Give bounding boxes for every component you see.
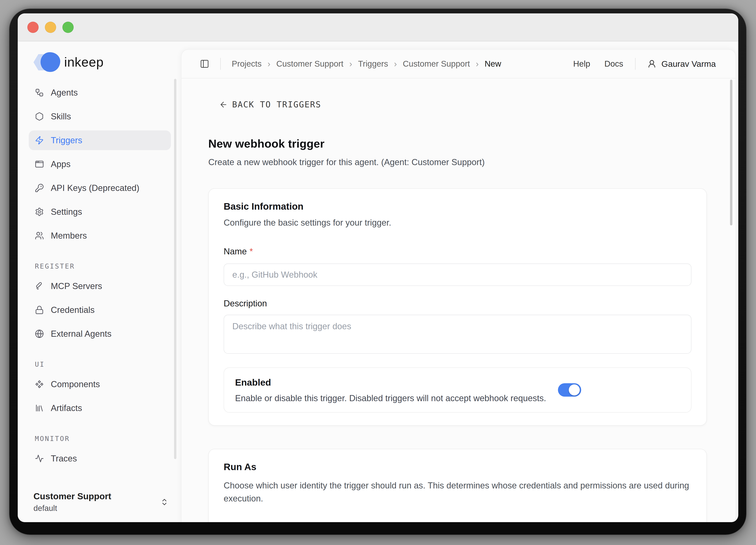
project-switcher-text: Customer Support default — [33, 491, 111, 513]
sidebar-item-label: Agents — [51, 88, 78, 97]
sidebar-item-members[interactable]: Members — [29, 226, 171, 245]
sidebar-group-label: UI — [29, 360, 171, 369]
breadcrumb-separator-icon: › — [394, 59, 397, 69]
header-right: Help Docs Gaurav Varma — [559, 58, 716, 70]
breadcrumb: Projects›Customer Support›Triggers›Custo… — [232, 59, 501, 69]
sidebar-item-mcp-servers[interactable]: MCP Servers — [29, 276, 171, 296]
globe-icon — [35, 329, 44, 338]
mcp-icon — [35, 282, 44, 291]
close-window-button[interactable] — [27, 22, 39, 33]
main-panel: Projects›Customer Support›Triggers›Custo… — [181, 49, 736, 522]
breadcrumb-separator-icon: › — [349, 59, 352, 69]
breadcrumb-item-customer-support[interactable]: Customer Support — [276, 59, 343, 69]
required-asterisk: * — [249, 246, 253, 256]
inkeep-logo[interactable]: inkeep — [33, 52, 181, 72]
component-icon — [35, 380, 44, 389]
sidebar-item-label: Settings — [51, 207, 82, 217]
sidebar-scrollbar[interactable] — [174, 79, 176, 459]
app-body: inkeep AgentsSkillsTriggersAppsAPI Keys … — [18, 41, 738, 522]
user-icon — [647, 59, 656, 68]
sidebar-group-monitor: MONITORTraces — [18, 434, 181, 468]
sidebar-item-agents[interactable]: Agents — [29, 83, 171, 102]
arrow-left-icon — [219, 100, 228, 109]
basic-information-subtitle: Configure the basic settings for your tr… — [224, 218, 691, 227]
users-icon — [35, 231, 44, 240]
sidebar-nav: AgentsSkillsTriggersAppsAPI Keys (Deprec… — [18, 83, 181, 468]
docs-link[interactable]: Docs — [604, 59, 623, 69]
breadcrumb-separator-icon: › — [268, 59, 271, 69]
content-scrollbar[interactable] — [730, 80, 732, 225]
sidebar-group-label: MONITOR — [29, 434, 171, 444]
hexagon-icon — [35, 112, 44, 121]
header-divider — [220, 58, 221, 70]
back-to-triggers-link[interactable]: BACK TO TRIGGERS — [219, 100, 321, 109]
sidebar-item-label: API Keys (Deprecated) — [51, 183, 139, 193]
project-switcher[interactable]: Customer Support default — [33, 491, 169, 513]
page-content: BACK TO TRIGGERS New webhook trigger Cre… — [182, 78, 736, 522]
sidebar-item-label: Components — [51, 379, 100, 389]
breadcrumb-item-triggers[interactable]: Triggers — [358, 59, 388, 69]
sidebar-item-label: Members — [51, 231, 87, 240]
basic-information-title: Basic Information — [224, 201, 691, 212]
zap-icon — [35, 136, 44, 145]
run-as-description: Choose which user identity the trigger s… — [224, 479, 691, 505]
sidebar-item-label: Artifacts — [51, 403, 82, 413]
titlebar — [18, 13, 738, 41]
help-link[interactable]: Help — [573, 59, 590, 69]
sidebar-item-settings[interactable]: Settings — [29, 202, 171, 222]
maximize-window-button[interactable] — [62, 22, 74, 33]
user-menu[interactable]: Gaurav Varma — [647, 59, 716, 69]
description-input[interactable] — [224, 315, 691, 354]
sidebar-item-artifacts[interactable]: Artifacts — [29, 398, 171, 418]
sidebar-item-apps[interactable]: Apps — [29, 154, 171, 174]
description-label: Description — [224, 299, 691, 309]
sidebar-item-skills[interactable]: Skills — [29, 107, 171, 126]
page-subtitle: Create a new webhook trigger for this ag… — [208, 157, 707, 167]
breadcrumb-item-new-current: New — [485, 59, 501, 69]
enabled-description: Enable or disable this trigger. Disabled… — [235, 393, 546, 403]
sidebar-toggle-button[interactable] — [200, 59, 209, 69]
name-label: Name* — [224, 246, 691, 256]
toggle-knob — [569, 385, 580, 396]
project-name: Customer Support — [33, 491, 111, 501]
header-left: Projects›Customer Support›Triggers›Custo… — [200, 58, 501, 70]
sidebar: inkeep AgentsSkillsTriggersAppsAPI Keys … — [18, 41, 181, 522]
basic-information-card: Basic Information Configure the basic se… — [208, 188, 707, 426]
app-window-icon — [35, 160, 44, 169]
inkeep-logo-text: inkeep — [64, 55, 104, 70]
project-environment: default — [33, 504, 111, 513]
run-as-card: Run As Choose which user identity the tr… — [208, 449, 707, 522]
sidebar-group-label: REGISTER — [29, 261, 171, 271]
sidebar-item-credentials[interactable]: Credentials — [29, 300, 171, 320]
sidebar-item-label: Skills — [51, 111, 71, 121]
sidebar-group-register: REGISTERMCP ServersCredentialsExternal A… — [18, 261, 181, 344]
header-divider-2 — [635, 58, 636, 70]
sidebar-item-label: Traces — [51, 454, 77, 463]
enabled-text: Enabled Enable or disable this trigger. … — [235, 377, 546, 403]
breadcrumb-item-projects[interactable]: Projects — [232, 59, 262, 69]
activity-icon — [35, 454, 44, 463]
desktop-background: inkeep AgentsSkillsTriggersAppsAPI Keys … — [0, 0, 756, 545]
chevrons-up-down-icon — [160, 498, 169, 506]
back-to-triggers-label: BACK TO TRIGGERS — [232, 100, 321, 109]
enabled-toggle[interactable] — [558, 383, 581, 397]
sidebar-item-external-agents[interactable]: External Agents — [29, 324, 171, 344]
app-window: inkeep AgentsSkillsTriggersAppsAPI Keys … — [18, 13, 738, 522]
breadcrumb-item-customer-support[interactable]: Customer Support — [403, 59, 470, 69]
sidebar-item-api-keys-deprecated[interactable]: API Keys (Deprecated) — [29, 178, 171, 198]
enabled-label: Enabled — [235, 377, 546, 388]
page-title: New webhook trigger — [208, 137, 707, 150]
inkeep-logo-icon — [33, 52, 59, 72]
workflow-icon — [35, 88, 44, 97]
lock-icon — [35, 306, 44, 315]
sidebar-item-components[interactable]: Components — [29, 374, 171, 394]
run-as-title: Run As — [224, 462, 691, 472]
sidebar-item-label: Apps — [51, 159, 70, 169]
main-header: Projects›Customer Support›Triggers›Custo… — [182, 50, 736, 78]
minimize-window-button[interactable] — [45, 22, 56, 33]
sidebar-item-label: External Agents — [51, 329, 111, 339]
sidebar-item-triggers[interactable]: Triggers — [29, 130, 171, 150]
name-input[interactable] — [224, 263, 691, 286]
enabled-setting: Enabled Enable or disable this trigger. … — [224, 368, 691, 413]
sidebar-item-traces[interactable]: Traces — [29, 449, 171, 468]
